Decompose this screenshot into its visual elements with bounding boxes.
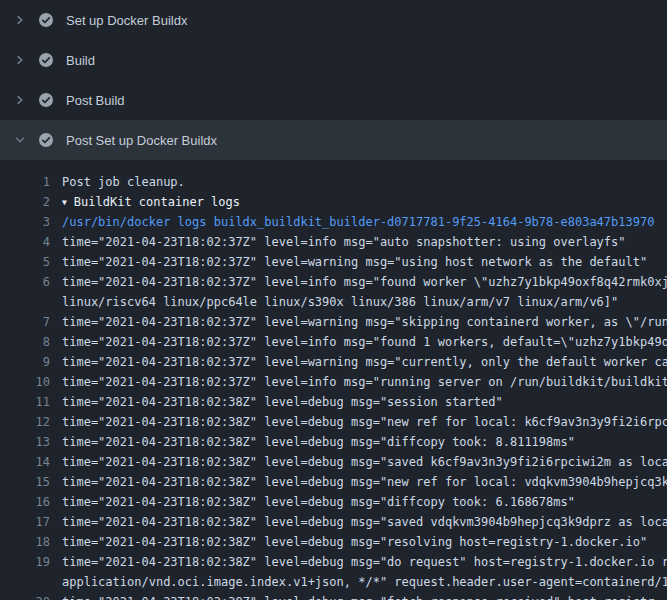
log-line: 16 time="2021-04-23T18:02:38Z" level=deb… (0, 492, 667, 512)
chevron-icon (14, 14, 26, 26)
log-line: 6 time="2021-04-23T18:02:37Z" level=info… (0, 272, 667, 292)
log-line-number[interactable]: 13 (0, 432, 50, 452)
step-section-header[interactable]: Build (0, 40, 667, 80)
log-line-text: Post job cleanup. (50, 172, 667, 192)
log-line: 7 time="2021-04-23T18:02:37Z" level=warn… (0, 312, 667, 332)
log-line-number[interactable]: 9 (0, 352, 50, 372)
log-line: application/vnd.oci.image.index.v1+json,… (0, 572, 667, 592)
log-line: 5 time="2021-04-23T18:02:37Z" level=warn… (0, 252, 667, 272)
log-line-number[interactable]: 15 (0, 472, 50, 492)
log-line: 19 time="2021-04-23T18:02:38Z" level=deb… (0, 552, 667, 572)
step-sections: Set up Docker Buildx Build Post Buil (0, 0, 667, 160)
log-line-number[interactable]: 8 (0, 332, 50, 352)
log-line: 1 Post job cleanup. (0, 172, 667, 192)
step-section-label: Post Set up Docker Buildx (66, 133, 217, 148)
chevron-icon (14, 94, 26, 106)
log-line: 8 time="2021-04-23T18:02:37Z" level=info… (0, 332, 667, 352)
log-line-text: time="2021-04-23T18:02:38Z" level=debug … (50, 512, 667, 532)
log-line: linux/riscv64 linux/ppc64le linux/s390x … (0, 292, 667, 312)
log-line-number[interactable]: 17 (0, 512, 50, 532)
step-section-header[interactable]: Post Build (0, 80, 667, 120)
log-line-number[interactable]: 16 (0, 492, 50, 512)
check-circle-icon (38, 12, 54, 28)
log-line-text: application/vnd.oci.image.index.v1+json,… (50, 572, 667, 592)
log-line-text: time="2021-04-23T18:02:38Z" level=debug … (50, 392, 667, 412)
group-toggle-icon[interactable]: ▼ (62, 193, 67, 212)
log-line-text: time="2021-04-23T18:02:38Z" level=debug … (50, 532, 667, 552)
log-line-text: time="2021-04-23T18:02:38Z" level=debug … (50, 412, 667, 432)
log-line-text: time="2021-04-23T18:02:37Z" level=info m… (50, 332, 667, 352)
log-line-text: time="2021-04-23T18:02:38Z" level=debug … (50, 432, 667, 452)
actions-log-viewer: Set up Docker Buildx Build Post Buil (0, 0, 667, 600)
log-line-text: linux/riscv64 linux/ppc64le linux/s390x … (50, 292, 667, 312)
check-circle-icon (38, 132, 54, 148)
log-line-number[interactable] (0, 572, 50, 592)
log-line-number[interactable]: 6 (0, 272, 50, 292)
log-line-number[interactable]: 12 (0, 412, 50, 432)
log-line-text: time="2021-04-23T18:02:37Z" level=info m… (50, 272, 667, 292)
chevron-icon (14, 134, 26, 146)
log-line-number[interactable]: 11 (0, 392, 50, 412)
step-section-header[interactable]: Set up Docker Buildx (0, 0, 667, 40)
log-line: 12 time="2021-04-23T18:02:38Z" level=deb… (0, 412, 667, 432)
log-line: 14 time="2021-04-23T18:02:38Z" level=deb… (0, 452, 667, 472)
log-line: 17 time="2021-04-23T18:02:38Z" level=deb… (0, 512, 667, 532)
log-line-number[interactable]: 20 (0, 592, 50, 600)
log-line-text: time="2021-04-23T18:02:38Z" level=debug … (50, 472, 667, 492)
log-line-number[interactable]: 7 (0, 312, 50, 332)
check-circle-icon (38, 92, 54, 108)
log-line-text: time="2021-04-23T18:02:37Z" level=warnin… (50, 352, 667, 372)
log-line-number[interactable]: 19 (0, 552, 50, 572)
log-line-number[interactable]: 18 (0, 532, 50, 552)
log-line: 2 ▼BuildKit container logs (0, 192, 667, 212)
log-line-text: time="2021-04-23T18:02:38Z" level=debug … (50, 452, 667, 472)
check-circle-icon (38, 52, 54, 68)
log-line: 11 time="2021-04-23T18:02:38Z" level=deb… (0, 392, 667, 412)
step-section-label: Set up Docker Buildx (66, 13, 187, 28)
step-section-header[interactable]: Post Set up Docker Buildx (0, 120, 667, 160)
log-line-text: time="2021-04-23T18:02:37Z" level=warnin… (50, 312, 667, 332)
log-line: 10 time="2021-04-23T18:02:37Z" level=inf… (0, 372, 667, 392)
log-line-text: time="2021-04-23T18:02:37Z" level=info m… (50, 372, 667, 392)
log-line-text: time="2021-04-23T18:02:38Z" level=debug … (50, 492, 667, 512)
chevron-icon (14, 54, 26, 66)
log-line-text: time="2021-04-23T18:02:38Z" level=debug … (50, 592, 667, 600)
log-line-text: time="2021-04-23T18:02:37Z" level=info m… (50, 232, 667, 252)
log-line: 15 time="2021-04-23T18:02:38Z" level=deb… (0, 472, 667, 492)
log-lines: 1 Post job cleanup. 2 ▼BuildKit containe… (0, 172, 667, 600)
log-line: 20 time="2021-04-23T18:02:38Z" level=deb… (0, 592, 667, 600)
log-line: 9 time="2021-04-23T18:02:37Z" level=warn… (0, 352, 667, 372)
step-section-label: Post Build (66, 93, 125, 108)
log-area: 1 Post job cleanup. 2 ▼BuildKit containe… (0, 160, 667, 600)
log-line: 3 /usr/bin/docker logs buildx_buildkit_b… (0, 212, 667, 232)
group-label[interactable]: BuildKit container logs (74, 195, 240, 209)
log-line-text: ▼BuildKit container logs (50, 192, 667, 212)
log-line-text: time="2021-04-23T18:02:38Z" level=debug … (50, 552, 667, 572)
log-line-number[interactable]: 4 (0, 232, 50, 252)
log-line-text: /usr/bin/docker logs buildx_buildkit_bui… (50, 212, 667, 232)
log-line-text: time="2021-04-23T18:02:37Z" level=warnin… (50, 252, 667, 272)
log-line-number[interactable] (0, 292, 50, 312)
log-line-number[interactable]: 5 (0, 252, 50, 272)
log-line: 13 time="2021-04-23T18:02:38Z" level=deb… (0, 432, 667, 452)
step-section-label: Build (66, 53, 95, 68)
log-line-number[interactable]: 1 (0, 172, 50, 192)
log-line-number[interactable]: 14 (0, 452, 50, 472)
log-line-number[interactable]: 10 (0, 372, 50, 392)
log-line: 4 time="2021-04-23T18:02:37Z" level=info… (0, 232, 667, 252)
log-line: 18 time="2021-04-23T18:02:38Z" level=deb… (0, 532, 667, 552)
log-line-number[interactable]: 2 (0, 192, 50, 212)
log-line-number[interactable]: 3 (0, 212, 50, 232)
